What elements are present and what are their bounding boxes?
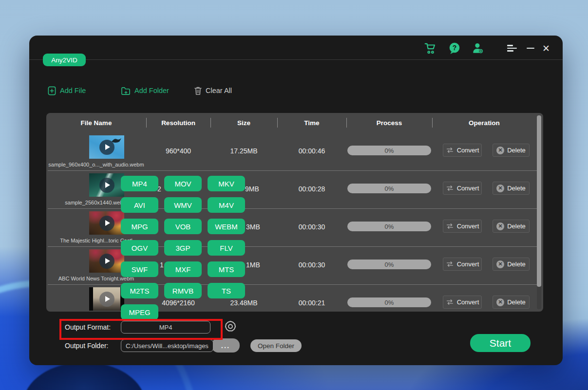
resolution-value: 960*400 — [146, 146, 210, 156]
open-folder-button[interactable]: Open Folder — [250, 339, 302, 352]
progress-bar: 0% — [347, 222, 431, 231]
progress-value: 0% — [385, 223, 394, 230]
table-header: File Name Resolution Size Time Process O… — [46, 113, 543, 132]
format-option-mkv[interactable]: MKV — [208, 176, 245, 191]
convert-label: Convert — [457, 147, 479, 154]
column-header-operation: Operation — [432, 113, 536, 132]
table-row: sample_960x400_o..._with_audio.webm960*4… — [46, 132, 536, 170]
delete-label: Delete — [507, 298, 526, 306]
close-button[interactable]: ✕ — [539, 41, 553, 55]
output-folder-input[interactable] — [121, 339, 213, 352]
clear-all-label: Clear All — [206, 87, 232, 94]
format-option-rmvb[interactable]: RMVB — [164, 283, 202, 298]
column-header-file-name: File Name — [46, 113, 146, 132]
format-option-mxf[interactable]: MXF — [164, 261, 202, 277]
video-thumbnail[interactable] — [89, 287, 124, 311]
delete-button[interactable]: ✕Delete — [493, 220, 530, 233]
start-button[interactable]: Start — [470, 334, 531, 352]
format-option-wmv[interactable]: WMV — [164, 197, 202, 213]
format-option-webm[interactable]: WEBM — [208, 219, 245, 234]
account-button[interactable] — [471, 41, 485, 55]
format-settings-button[interactable] — [224, 320, 237, 334]
progress-value: 0% — [385, 147, 394, 154]
delete-button[interactable]: ✕Delete — [493, 182, 530, 195]
format-option-3gp[interactable]: 3GP — [164, 240, 202, 256]
close-icon: ✕ — [542, 44, 550, 53]
convert-button[interactable]: Convert — [443, 258, 482, 271]
delete-icon: ✕ — [496, 185, 504, 192]
scrollbar-thumb[interactable] — [537, 115, 541, 287]
add-file-icon — [47, 86, 57, 95]
convert-icon — [446, 299, 454, 305]
play-icon[interactable] — [99, 254, 114, 269]
minimize-button[interactable] — [523, 41, 538, 55]
column-header-resolution: Resolution — [146, 113, 210, 132]
format-option-mts[interactable]: MTS — [208, 261, 245, 277]
format-option-ogv[interactable]: OGV — [121, 240, 158, 256]
convert-label: Convert — [457, 260, 479, 268]
output-format-input[interactable] — [121, 321, 210, 334]
video-thumbnail[interactable] — [89, 135, 124, 159]
delete-button[interactable]: ✕Delete — [493, 258, 530, 271]
time-value: 00:00:30 — [277, 222, 346, 232]
format-option-mpg[interactable]: MPG — [121, 219, 158, 234]
cart-button[interactable] — [423, 41, 437, 55]
app-window: ? ✕ Any2VID — [29, 36, 563, 365]
delete-button[interactable]: ✕Delete — [493, 144, 530, 157]
scrollbar-track[interactable] — [537, 115, 541, 309]
table-row: The Majestic Highl...toric Castl3MB00:00… — [46, 208, 536, 246]
browse-button[interactable]: ... — [211, 338, 240, 353]
convert-icon — [446, 223, 454, 229]
progress-value: 0% — [385, 185, 394, 192]
account-add-icon — [472, 42, 484, 55]
convert-label: Convert — [457, 223, 479, 230]
time-value: 00:00:28 — [277, 184, 346, 194]
delete-label: Delete — [507, 260, 526, 268]
size-value: 23.48MB — [210, 298, 277, 308]
format-option-mp4[interactable]: MP4 — [121, 176, 158, 191]
format-option-avi[interactable]: AVI — [121, 197, 158, 213]
convert-button[interactable]: Convert — [443, 296, 482, 309]
convert-label: Convert — [457, 298, 479, 306]
play-icon[interactable] — [99, 292, 114, 307]
play-icon[interactable] — [99, 216, 114, 231]
add-folder-icon — [121, 86, 131, 95]
video-thumbnail[interactable] — [89, 173, 124, 197]
convert-button[interactable]: Convert — [443, 144, 482, 157]
desktop: ? ✕ Any2VID — [0, 0, 588, 390]
time-value: 00:00:46 — [277, 146, 346, 156]
add-file-button[interactable]: Add File — [47, 84, 86, 97]
play-icon[interactable] — [99, 140, 114, 155]
format-option-mov[interactable]: MOV — [164, 176, 202, 191]
delete-icon: ✕ — [496, 298, 504, 306]
video-thumbnail[interactable] — [89, 211, 124, 235]
format-option-flv[interactable]: FLV — [208, 240, 245, 256]
column-header-size: Size — [210, 113, 277, 132]
format-option-ts[interactable]: TS — [208, 283, 245, 298]
convert-button[interactable]: Convert — [443, 182, 482, 195]
format-option-m2ts[interactable]: M2TS — [121, 283, 158, 298]
table-row: 4096*216023.48MB00:00:210%Convert✕Delete — [46, 284, 536, 312]
delete-button[interactable]: ✕Delete — [493, 296, 530, 309]
progress-value: 0% — [385, 261, 394, 268]
help-icon: ? — [448, 42, 461, 55]
svg-text:?: ? — [453, 44, 457, 52]
add-folder-button[interactable]: Add Folder — [121, 84, 169, 97]
clear-all-button[interactable]: Clear All — [194, 84, 232, 97]
convert-button[interactable]: Convert — [443, 220, 482, 233]
convert-icon — [446, 147, 454, 153]
help-button[interactable]: ? — [447, 41, 462, 55]
format-option-mpeg[interactable]: MPEG — [121, 304, 158, 320]
progress-bar: 0% — [347, 184, 431, 193]
play-icon[interactable] — [99, 178, 114, 193]
menu-button[interactable] — [505, 41, 519, 55]
progress-bar: 0% — [347, 260, 431, 269]
trash-icon — [194, 86, 202, 95]
format-option-swf[interactable]: SWF — [121, 261, 158, 277]
video-thumbnail[interactable] — [89, 249, 124, 273]
add-file-label: Add File — [60, 87, 86, 94]
format-option-m4v[interactable]: M4V — [208, 197, 245, 213]
delete-icon: ✕ — [496, 260, 504, 268]
table-row: ABC World News Tonight.webm11MB00:00:300… — [46, 246, 536, 284]
format-option-vob[interactable]: VOB — [164, 219, 202, 234]
